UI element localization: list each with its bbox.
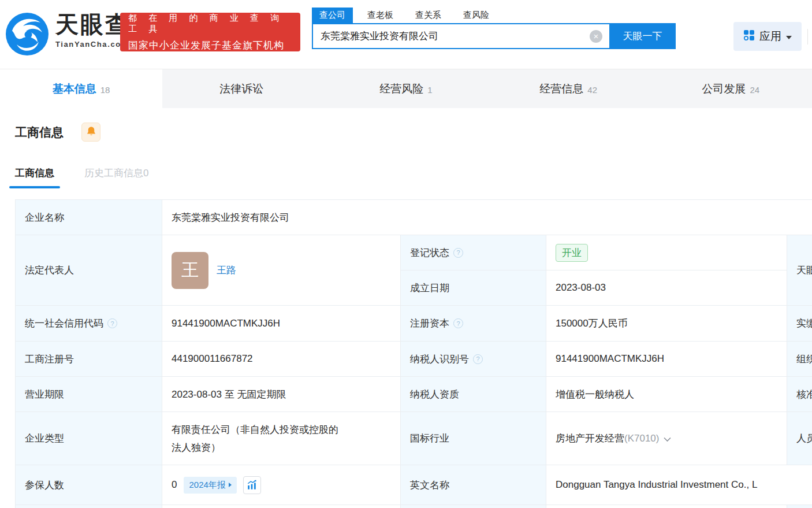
help-icon[interactable]: ? — [453, 318, 463, 328]
reg-status-label-cell: 登记状态 ? — [401, 235, 546, 270]
tianyancha-logo[interactable]: 天眼查 TianYanCha.com — [5, 12, 130, 59]
header-divider — [807, 29, 808, 45]
tyc-score-label: 天眼评分 — [787, 235, 812, 306]
business-info-table: 企业名称 东莞棠雅实业投资有限公司 法定代表人 王 王路 登记状态 ? 开业 天… — [15, 199, 812, 508]
org-code-label: 组织机构代码 — [787, 342, 812, 377]
tab-operation-info[interactable]: 经营信息 42 — [487, 69, 650, 108]
brand-name: 天眼查 — [55, 12, 130, 37]
reg-status-label: 登记状态 — [410, 246, 449, 259]
tab-operation-risk[interactable]: 经营风险 1 — [325, 69, 487, 108]
subtab-history-business-info[interactable]: 历史工商信息0 — [84, 166, 148, 180]
bell-icon — [86, 126, 96, 139]
chevron-down-icon — [786, 36, 792, 39]
search-category-tabs: 查公司 查老板 查关系 查风险 — [312, 8, 497, 23]
next-row-partial — [401, 505, 546, 508]
section-title: 工商信息 — [15, 124, 64, 140]
subscribe-bell-button[interactable] — [81, 123, 100, 142]
reg-capital-value: 150000万人民币 — [546, 306, 787, 342]
tab-count: 24 — [750, 85, 760, 95]
next-row-partial — [546, 505, 787, 508]
tab-label: 基本信息 — [53, 81, 96, 97]
company-type-label: 企业类型 — [16, 412, 162, 465]
apps-menu-label: 应用 — [759, 29, 781, 44]
search-field: × — [312, 23, 609, 49]
insured-count-value: 0 — [172, 479, 177, 491]
clear-search-icon[interactable]: × — [590, 30, 602, 43]
search-tab-risk[interactable]: 查风险 — [456, 8, 497, 23]
company-type-value-cell: 有限责任公司（非自然人投资或控股的法人独资） — [162, 412, 401, 465]
taxpayer-id-value: 91441900MACTMKJJ6H — [546, 342, 787, 377]
apps-grid-icon — [743, 29, 755, 43]
reg-capital-label-cell: 注册资本 ? — [401, 306, 546, 342]
tab-basic-info[interactable]: 基本信息 18 — [0, 69, 162, 108]
approval-date-label: 核准日期 — [787, 377, 812, 412]
search-tab-boss[interactable]: 查老板 — [360, 8, 401, 23]
annual-report-badge[interactable]: 2024年报 — [184, 477, 236, 494]
tab-count: 1 — [427, 85, 432, 95]
legal-rep-label: 法定代表人 — [16, 235, 162, 306]
paid-capital-label: 实缴资本 — [787, 306, 812, 342]
legal-rep-avatar[interactable]: 王 — [172, 252, 208, 289]
credit-code-label-cell: 统一社会信用代码 ? — [16, 306, 162, 342]
legal-rep-cell: 王 王路 — [162, 235, 401, 306]
company-name-value: 东莞棠雅实业投资有限公司 — [162, 200, 812, 235]
taxpayer-qualification-label: 纳税人资质 — [401, 377, 546, 412]
help-icon[interactable]: ? — [453, 248, 463, 258]
search-button[interactable]: 天眼一下 — [609, 23, 676, 49]
next-row-partial — [162, 505, 401, 508]
company-nav-tabs: 基本信息 18 法律诉讼 经营风险 1 经营信息 42 公司发展 24 — [0, 69, 812, 108]
business-term-value: 2023-08-03 至 无固定期限 — [162, 377, 401, 412]
taxpayer-id-label-cell: 纳税人识别号 ? — [401, 342, 546, 377]
next-row-partial — [16, 505, 162, 508]
help-icon[interactable]: ? — [107, 318, 117, 328]
company-type-value: 有限责任公司（非自然人投资或控股的法人独资） — [172, 421, 345, 457]
apps-menu-button[interactable]: 应用 — [733, 22, 802, 51]
insured-count-label: 参保人数 — [16, 465, 162, 505]
arrow-right-icon — [229, 483, 232, 487]
reg-number-value: 441900011667872 — [162, 342, 401, 377]
search-tab-relation[interactable]: 查关系 — [408, 8, 449, 23]
establish-date-value: 2023-08-03 — [546, 270, 787, 306]
brand-domain: TianYanCha.com — [55, 40, 130, 49]
establish-date-label: 成立日期 — [401, 270, 546, 306]
tab-count: 18 — [100, 85, 110, 95]
industry-value-cell: 房地产开发经营 (K7010) — [546, 412, 787, 465]
help-icon[interactable]: ? — [473, 354, 483, 364]
tab-company-development[interactable]: 公司发展 24 — [650, 69, 812, 108]
legal-rep-name-link[interactable]: 王路 — [217, 264, 236, 277]
tab-label: 法律诉讼 — [219, 81, 263, 97]
industry-value: 房地产开发经营 — [556, 432, 624, 445]
subtab-business-info[interactable]: 工商信息 — [15, 166, 54, 188]
english-name-label: 英文名称 — [401, 465, 546, 505]
header: 天眼查 TianYanCha.com 都 在 用 的 商 业 查 询 工 具 国… — [0, 0, 812, 66]
reg-status-value-cell: 开业 — [546, 235, 787, 270]
tab-label: 经营信息 — [539, 81, 583, 97]
insured-count-cell: 0 2024年报 — [162, 465, 401, 505]
promo-line2: 国家中小企业发展子基金旗下机构 — [128, 39, 300, 52]
search-tab-company[interactable]: 查公司 — [312, 8, 353, 23]
staff-size-label: 人员规模 — [787, 412, 812, 465]
promo-banner: 都 在 用 的 商 业 查 询 工 具 国家中小企业发展子基金旗下机构 — [120, 13, 300, 51]
annual-report-label: 2024年报 — [189, 480, 225, 491]
tab-legal-litigation[interactable]: 法律诉讼 — [162, 69, 325, 108]
insured-trend-chart-button[interactable] — [243, 476, 261, 494]
business-info-subtabs: 工商信息 历史工商信息0 — [15, 166, 148, 188]
company-name-label: 企业名称 — [16, 200, 162, 235]
taxpayer-id-label: 纳税人识别号 — [410, 353, 469, 366]
status-badge: 开业 — [556, 244, 588, 262]
reg-capital-label: 注册资本 — [410, 317, 449, 330]
tab-count: 42 — [587, 85, 597, 95]
tianyancha-logo-icon — [5, 12, 50, 59]
industry-dropdown[interactable]: 房地产开发经营 (K7010) — [556, 432, 671, 445]
industry-code: (K7010) — [624, 433, 659, 444]
promo-line1: 都 在 用 的 商 业 查 询 工 具 — [128, 13, 300, 35]
industry-label: 国标行业 — [401, 412, 546, 465]
search-input[interactable] — [321, 31, 590, 42]
tab-label: 经营风险 — [379, 81, 423, 97]
search-box: × 天眼一下 — [312, 23, 676, 49]
credit-code-value: 91441900MACTMKJJ6H — [162, 306, 401, 342]
next-row-partial — [787, 505, 812, 508]
taxpayer-qualification-value: 增值税一般纳税人 — [546, 377, 787, 412]
reg-number-label: 工商注册号 — [16, 342, 162, 377]
english-name-value: Dongguan Tangya Industrial Investment Co… — [546, 465, 812, 505]
